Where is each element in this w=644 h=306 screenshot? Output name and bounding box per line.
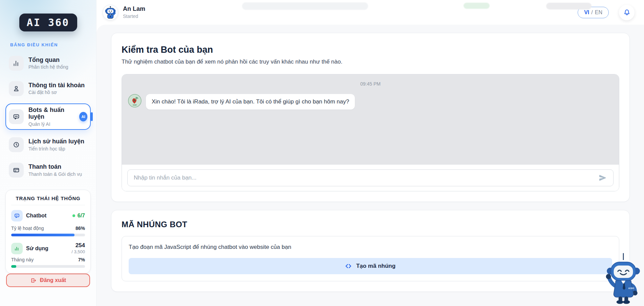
uptime-progress-track — [11, 234, 85, 236]
sidebar: AI 360 BẢNG ĐIỀU KHIỂN Tổng quan Phân tí… — [0, 0, 96, 306]
send-icon — [599, 174, 607, 182]
uptime-value: 86% — [76, 226, 85, 231]
test-bot-subtitle: Thử nghiệm chatbot của bạn để xem nó phả… — [122, 58, 619, 65]
sidebar-item-bots-training[interactable]: Bots & huấn luyện Quản lý AI AI — [5, 103, 91, 130]
chatbot-label: Chatbot — [26, 213, 46, 219]
main-column: An Lam Started VI / EN Kiểm tra Bot của … — [96, 0, 644, 306]
notifications-button[interactable] — [619, 5, 635, 20]
sidebar-item-label: Thông tin tài khoản — [28, 82, 85, 89]
chatbot-status-row: Chatbot 6/7 — [11, 210, 85, 221]
content-area: Kiểm tra Bot của bạn Thử nghiệm chatbot … — [96, 25, 644, 306]
sidebar-item-label: Tổng quan — [28, 56, 68, 64]
month-value: 7% — [78, 257, 85, 262]
generate-embed-label: Tạo mã nhúng — [356, 263, 395, 269]
embed-code-card: MÃ NHÚNG BOT Tạo đoạn mã JavaScript để n… — [111, 210, 630, 292]
chat-preview: 09:45 PM NGHIEP Xin chào! Tôi là iRada, … — [122, 74, 619, 191]
chat-message-input[interactable] — [127, 169, 614, 186]
code-icon — [345, 263, 353, 269]
bot-status: Started — [123, 14, 145, 19]
lang-vi: VI — [584, 9, 589, 16]
bot-brand-avatar-icon: NGHIEP — [128, 94, 142, 108]
generate-embed-button[interactable]: Tạo mã nhúng — [129, 258, 612, 274]
chat-bubble-icon — [11, 210, 23, 221]
sidebar-item-label: Bots & huấn luyện — [28, 107, 74, 120]
sidebar-item-label: Lịch sử huấn luyện — [28, 138, 84, 145]
bot-identity: An Lam Started — [103, 5, 145, 20]
chat-timestamp: 09:45 PM — [128, 81, 613, 87]
skeleton-bar — [242, 2, 368, 10]
skeleton-pill-gray — [546, 3, 592, 9]
month-progress-track — [11, 265, 85, 268]
sidebar-item-sub: Thanh toán & Gói dịch vụ — [28, 171, 82, 177]
topbar: An Lam Started VI / EN — [96, 0, 644, 25]
usage-chart-icon — [11, 243, 23, 254]
ai-badge: AI — [79, 112, 87, 121]
sidebar-item-sub: Phân tích hệ thống — [28, 64, 68, 70]
bar-chart-icon — [9, 56, 24, 71]
sidebar-item-sub: Tiến trình học tập — [28, 146, 84, 151]
user-icon — [9, 81, 24, 96]
sidebar-item-billing[interactable]: Thanh toán Thanh toán & Gói dịch vụ — [5, 160, 91, 181]
sidebar-item-training-history[interactable]: Lịch sử huấn luyện Tiến trình học tập — [5, 134, 91, 155]
online-dot — [72, 214, 75, 217]
sidebar-section-label: BẢNG ĐIỀU KHIỂN — [10, 42, 91, 47]
sidebar-item-overview[interactable]: Tổng quan Phân tích hệ thống — [5, 53, 91, 74]
clock-icon — [9, 137, 24, 152]
sidebar-item-account[interactable]: Thông tin tài khoản Cài đặt hồ sơ — [5, 78, 91, 99]
uptime-label: Tỷ lệ hoạt động — [11, 226, 44, 231]
system-status-title: TRẠNG THÁI HỆ THỐNG — [11, 195, 85, 205]
bell-icon — [623, 8, 631, 16]
embed-box: Tạo đoạn mã JavaScript để nhúng chatbot … — [122, 236, 619, 281]
lang-separator: / — [591, 9, 593, 16]
uptime-progress-fill — [11, 234, 74, 236]
app-logo-text: AI 360 — [27, 17, 69, 28]
bot-avatar — [103, 5, 118, 20]
skeleton-pill-green — [464, 3, 490, 9]
logout-label: Đăng xuất — [40, 277, 66, 283]
embed-description: Tạo đoạn mã JavaScript để nhúng chatbot … — [129, 244, 612, 251]
robot-avatar-icon — [104, 6, 117, 19]
logout-icon — [30, 277, 37, 284]
usage-total: / 3,500 — [71, 249, 85, 254]
embed-title: MÃ NHÚNG BOT — [122, 220, 619, 229]
chat-input-row — [122, 165, 619, 191]
chat-message-area: 09:45 PM NGHIEP Xin chào! Tôi là iRada, … — [122, 74, 619, 165]
credit-card-icon — [9, 163, 24, 178]
usage-row: Sử dụng 254 / 3,500 — [11, 242, 85, 254]
month-label: Tháng này — [11, 257, 34, 262]
bot-message-row: NGHIEP Xin chào! Tôi là iRada, trợ lý AI… — [128, 94, 613, 110]
sidebar-item-sub: Quản lý AI — [28, 121, 74, 127]
svg-text:NGHIEP: NGHIEP — [133, 104, 137, 106]
month-progress-fill — [11, 265, 16, 268]
chatbot-ratio: 6/7 — [78, 213, 85, 219]
sidebar-nav: Tổng quan Phân tích hệ thống Thông tin t… — [5, 53, 91, 185]
logout-button[interactable]: Đăng xuất — [6, 274, 90, 287]
usage-label: Sử dụng — [26, 245, 48, 252]
send-button[interactable] — [597, 172, 608, 183]
lang-en: EN — [595, 9, 602, 16]
chat-bubble-icon — [9, 109, 24, 124]
sidebar-item-sub: Cài đặt hồ sơ — [28, 90, 85, 95]
app-logo: AI 360 — [19, 14, 77, 31]
usage-value: 254 — [71, 242, 85, 248]
bot-name: An Lam — [123, 6, 145, 13]
bot-message-bubble: Xin chào! Tôi là iRada, trợ lý AI của bạ… — [146, 94, 355, 110]
test-bot-card: Kiểm tra Bot của bạn Thử nghiệm chatbot … — [111, 33, 630, 202]
test-bot-title: Kiểm tra Bot của bạn — [122, 45, 619, 55]
sidebar-item-label: Thanh toán — [28, 163, 82, 170]
system-status-card: TRẠNG THÁI HỆ THỐNG Chatbot 6/7 Tỷ lệ ho… — [5, 190, 91, 274]
